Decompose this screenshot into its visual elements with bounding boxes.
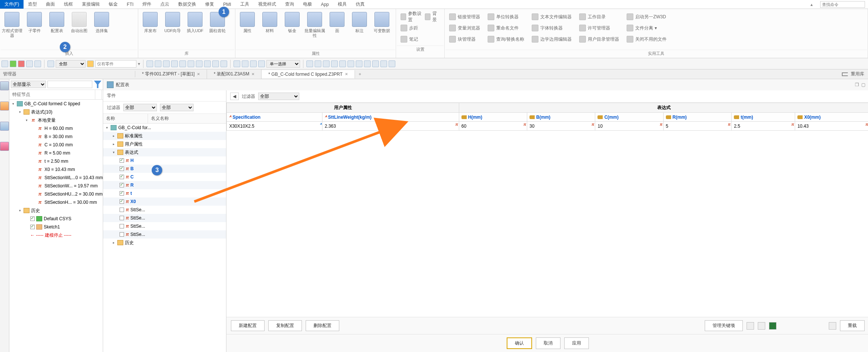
file-split-button[interactable]: 文件分离 ▾	[625, 22, 668, 34]
face-button[interactable]: 面	[326, 10, 348, 50]
restore-icon[interactable]: ❐	[855, 82, 859, 87]
config-data-table[interactable]: 用户属性 表达式 ᴬSpecificationᴬSttLineWeight(kg…	[226, 103, 868, 243]
toolbar-icon[interactable]	[234, 60, 240, 67]
font-conv-button[interactable]: 字体转换器	[530, 22, 573, 34]
filter1-dropdown[interactable]: 全部	[123, 104, 157, 111]
rename-button[interactable]: 重命名文件	[486, 22, 526, 34]
tree-row[interactable]: πSttSectionWL...0 = 10.43 mm	[9, 174, 103, 182]
table-header[interactable]: C(mm)	[595, 113, 663, 122]
text-editor-button[interactable]: 文本文件编辑器	[530, 11, 573, 22]
userdir-button[interactable]: 用户目录管理器	[578, 34, 621, 45]
sheetmetal-button[interactable]: 钣金	[281, 10, 303, 50]
file-tab-active[interactable]: * GB_C-Cold formed C lipped.Z3PRT✕	[262, 70, 355, 78]
import-icon[interactable]	[747, 322, 754, 330]
config-tree-row[interactable]: πSttSe...	[103, 222, 226, 230]
toolbar-icon[interactable]	[315, 60, 321, 67]
menu-item[interactable]: 模具	[333, 0, 351, 9]
tree-row[interactable]: πH = 60.00 mm	[9, 124, 103, 133]
toolbar-icon[interactable]	[179, 60, 186, 67]
scope-dropdown[interactable]: 全部	[56, 60, 86, 68]
toolbar-icon[interactable]	[347, 60, 354, 67]
tree-row[interactable]: πSttSectionH... = 30.00 mm	[9, 198, 103, 206]
file-tab[interactable]: * 装配001.Z3ASM✕	[207, 69, 262, 79]
var-browser-button[interactable]: 变量浏览器	[448, 22, 482, 34]
toolbar-icon[interactable]	[204, 60, 211, 67]
chart-icon[interactable]	[47, 60, 54, 67]
launch-another-button[interactable]: 启动另一ZW3D	[625, 11, 668, 22]
config-tree-row[interactable]: ▾表达式	[103, 148, 226, 156]
close-unused-button[interactable]: 关闭不用的文件	[625, 34, 668, 45]
dots-icon[interactable]	[34, 60, 41, 67]
tree-row[interactable]: Default CSYS	[9, 215, 103, 223]
toolbar-icon[interactable]	[163, 60, 170, 67]
config-tree-row[interactable]: πX0	[103, 197, 226, 206]
toolbar-icon[interactable]	[242, 60, 248, 67]
table-cell[interactable]: 60π	[459, 122, 527, 131]
menu-item[interactable]: 数据交换	[174, 0, 201, 9]
tree-row[interactable]: πSttSectionHU...2 = 30.00 mm	[9, 190, 103, 198]
tree-row[interactable]: πC = 10.00 mm	[9, 141, 103, 149]
table-header[interactable]: t(mm)	[732, 113, 795, 122]
menu-item[interactable]: 仿真	[351, 0, 369, 9]
menu-item[interactable]: FTI	[122, 1, 138, 8]
config-tree-row[interactable]: πSttSe...	[103, 206, 226, 214]
workdir-button[interactable]: 工作目录	[578, 11, 621, 22]
menu-item[interactable]: 曲面	[41, 0, 59, 9]
insert-udf-button[interactable]: 插入UDF	[184, 10, 206, 50]
table-header[interactable]: H(mm)	[459, 113, 527, 122]
grid-icon[interactable]	[26, 60, 33, 67]
batch-edit-button[interactable]: 批量编辑属性	[303, 10, 326, 50]
tree-row[interactable]: ▾历史	[9, 206, 103, 215]
tree-row[interactable]: ▾π本地变量	[9, 116, 103, 124]
unit-conv-button[interactable]: 单位转换器	[486, 11, 526, 22]
filter-input[interactable]	[95, 60, 136, 68]
material-button[interactable]: 材料	[259, 10, 281, 50]
block-mgr-button[interactable]: 块管理器	[448, 34, 482, 45]
menu-file[interactable]: 文件(F)	[0, 0, 24, 9]
config-tree-row[interactable]: πt	[103, 189, 226, 197]
excel-icon[interactable]	[769, 322, 776, 330]
config-tree-row[interactable]: πC	[103, 173, 226, 181]
toolbar-icon[interactable]	[380, 60, 387, 67]
vardata-button[interactable]: 可变数据	[371, 10, 393, 50]
table-header[interactable]: B(mm)	[527, 113, 595, 122]
menu-item[interactable]: 线框	[59, 0, 77, 9]
menu-item[interactable]: 修复	[201, 0, 219, 9]
subpart-button[interactable]: 子零件	[23, 10, 46, 50]
image-icon[interactable]	[0, 122, 9, 131]
table-cell[interactable]: 10.43π	[795, 122, 868, 131]
config-tree-row[interactable]: πSttSe...	[103, 214, 226, 222]
tree-row[interactable]: πt = 2.50 mm	[9, 157, 103, 165]
toolbar-icon[interactable]	[339, 60, 346, 67]
config-tree-row[interactable]: ▾GB_C-Cold for...	[103, 124, 226, 132]
apply-button[interactable]: 应用	[564, 337, 589, 349]
menu-item[interactable]: 查询	[281, 0, 299, 9]
filter2-dropdown[interactable]: 全部	[160, 104, 194, 111]
cursor-icon[interactable]	[1, 60, 8, 67]
license-button[interactable]: 许可管理器	[578, 22, 621, 34]
refresh-icon[interactable]	[829, 322, 836, 330]
toolbar-icon[interactable]	[331, 60, 338, 67]
table-cell[interactable]: 5π	[663, 122, 731, 131]
menu-item[interactable]: 点云	[156, 0, 174, 9]
table-header[interactable]: ᴬSpecification	[227, 113, 322, 122]
tree-row[interactable]: πR = 5.00 mm	[9, 149, 103, 157]
tree-row[interactable]: ▾表达式(10)	[9, 108, 103, 116]
menu-item[interactable]: 造型	[24, 0, 41, 9]
tree-row[interactable]: ▾GB_C-Cold formed C lipped	[9, 100, 103, 108]
selectset-button[interactable]: 选择集	[90, 10, 113, 50]
toolbar-icon[interactable]	[323, 60, 330, 67]
table-header[interactable]: ᴬSttLineWeight(kg/m)	[322, 113, 459, 122]
display-mode-dropdown[interactable]: 全部显示	[11, 81, 46, 88]
toolbar-icon[interactable]	[356, 60, 362, 67]
file-tab[interactable]: * 零件001.Z3PRT - [草图1]✕	[135, 69, 207, 79]
toolbar-icon[interactable]	[212, 60, 219, 67]
table-cell[interactable]: X30X10X2.5ᴬ	[227, 122, 322, 131]
lib-publish-button[interactable]: 库发布	[139, 10, 161, 50]
toolbar-icon[interactable]	[258, 60, 265, 67]
tree-row[interactable]: ← ----- 建模停止 -----	[9, 231, 103, 239]
table-cell[interactable]: 30π	[527, 122, 595, 131]
reuse-library-label[interactable]: 重用库	[851, 71, 868, 77]
tree-row[interactable]: Sketch1	[9, 223, 103, 231]
table-cell[interactable]: 2.5π	[732, 122, 795, 131]
